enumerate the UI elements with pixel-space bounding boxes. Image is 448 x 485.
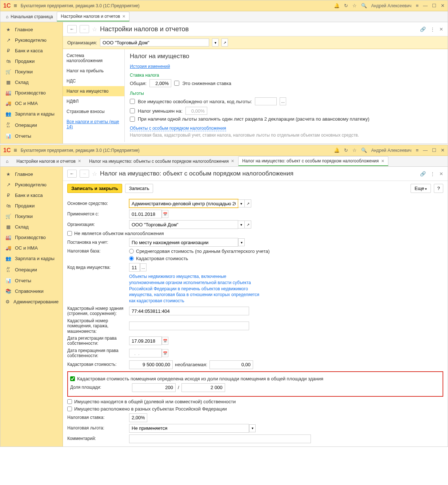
sidebar-sales[interactable]: 🛍Продажи — [0, 56, 63, 66]
sidebar-sales[interactable]: 🛍Продажи — [0, 201, 63, 211]
calendar-button[interactable]: 📅 — [162, 337, 168, 345]
favorite-icon[interactable]: ☆ — [92, 170, 97, 177]
shared-ownership-checkbox[interactable] — [67, 399, 72, 404]
tab-object-form[interactable]: Налог на имущество: объект с особым поря… — [238, 156, 388, 166]
tab-tax-settings[interactable]: Настройки налогов и отчетов✕ — [12, 157, 85, 166]
sidebar-main[interactable]: ★Главное — [0, 24, 63, 35]
special-objects-link[interactable]: Объекты с особым порядком налогообложени… — [130, 126, 226, 131]
cadastral-room-input[interactable] — [129, 322, 249, 330]
more-button[interactable]: Еще — [411, 184, 431, 193]
calendar-button[interactable]: 📅 — [162, 349, 168, 357]
not-taxable-checkbox[interactable] — [67, 231, 72, 236]
exempt-checkbox[interactable] — [130, 99, 135, 104]
nav-all-taxes-link[interactable]: Все налоги и отчеты (еще 14) — [63, 117, 124, 132]
tab-home[interactable]: ⌂ Начальная страница — [2, 12, 57, 21]
close-icon[interactable]: ✕ — [441, 3, 445, 8]
kebab-icon[interactable]: ⋮ — [430, 27, 435, 32]
sidebar-production[interactable]: 🏭Производство — [0, 232, 63, 243]
star-icon[interactable]: ☆ — [352, 3, 357, 8]
sidebar-catalogs[interactable]: 📚Справочники — [0, 286, 63, 296]
comment-input[interactable] — [129, 435, 311, 443]
rate-input[interactable] — [149, 79, 171, 87]
nav-forward-button[interactable]: → — [80, 25, 89, 33]
settings-icon[interactable]: ≡ — [416, 3, 419, 8]
cadastral-value-input[interactable] — [129, 360, 173, 369]
cadastral-building-input[interactable] — [129, 307, 249, 315]
nav-tax-system[interactable]: Система налогообложения — [63, 50, 124, 66]
org-dropdown-button[interactable]: ▾ — [212, 39, 219, 47]
nav-property-tax[interactable]: Налог на имущество — [63, 86, 124, 96]
user-name[interactable]: Андрей Алексеевич — [371, 148, 412, 153]
tab-close-icon[interactable]: ✕ — [381, 159, 384, 163]
sidebar-manager[interactable]: ↗Руководителю — [0, 35, 63, 45]
history-icon[interactable]: ↻ — [344, 3, 348, 8]
registration-input[interactable] — [129, 238, 238, 247]
asset-dropdown[interactable]: ▾ — [238, 199, 245, 207]
menu-icon[interactable]: ≡ — [13, 3, 17, 9]
link-icon[interactable]: 🔗 — [420, 27, 426, 32]
sidebar-manager[interactable]: ↗Руководителю — [0, 179, 63, 190]
settings-icon[interactable]: ≡ — [416, 147, 419, 153]
close-form-icon[interactable]: ✕ — [439, 171, 443, 177]
area-share-num-input[interactable] — [132, 383, 176, 392]
tab-home[interactable]: ⌂ — [2, 157, 12, 166]
sidebar-reports[interactable]: 📊Отчеты — [0, 131, 63, 141]
sidebar-admin[interactable]: ⚙Администрирование — [0, 296, 63, 307]
nav-profit-tax[interactable]: Налог на прибыль — [63, 66, 124, 76]
sidebar-bank[interactable]: ₽Банк и касса — [0, 190, 63, 201]
registration-dropdown[interactable]: ▾ — [238, 238, 245, 246]
org-input[interactable] — [100, 39, 209, 47]
tax-rate-input[interactable] — [129, 413, 147, 422]
exempt-code-input[interactable] — [255, 97, 277, 105]
tax-benefit-input[interactable] — [129, 424, 249, 433]
org-dropdown[interactable]: ▾ — [238, 221, 245, 229]
sidebar-salary[interactable]: 👥Зарплата и кадры — [0, 109, 63, 119]
applied-from-input[interactable] — [129, 210, 162, 218]
close-icon[interactable]: ✕ — [441, 147, 445, 153]
area-share-checkbox[interactable] — [70, 376, 75, 381]
nav-forward-button[interactable]: → — [80, 170, 89, 178]
sidebar-purchases[interactable]: 🛒Покупки — [0, 66, 63, 77]
org-open[interactable]: ↗ — [245, 221, 251, 229]
calendar-button[interactable]: 📅 — [162, 210, 168, 218]
property-code-input[interactable] — [129, 263, 140, 272]
search-icon[interactable]: 🔍 — [361, 147, 367, 153]
tab-close-icon[interactable]: ✕ — [78, 159, 81, 163]
reg-date-input[interactable] — [129, 336, 162, 345]
sidebar-warehouse[interactable]: ▦Склад — [0, 222, 63, 232]
menu-icon[interactable]: ≡ — [13, 147, 17, 154]
org-open-button[interactable]: ↗ — [221, 39, 228, 47]
nav-back-button[interactable]: ← — [67, 170, 77, 178]
minimize-icon[interactable]: — — [423, 3, 428, 8]
sidebar-salary[interactable]: 👥Зарплата и кадры — [0, 253, 63, 264]
tab-tax-settings[interactable]: Настройки налогов и отчетов ✕ — [57, 12, 129, 21]
sidebar-operations[interactable]: ДтКтОперации — [0, 119, 63, 131]
nav-back-button[interactable]: ← — [67, 25, 77, 33]
end-date-input[interactable] — [129, 349, 162, 357]
maximize-icon[interactable]: ☐ — [432, 3, 436, 8]
nontaxable-input[interactable] — [209, 360, 253, 369]
org-input[interactable] — [129, 220, 238, 229]
maximize-icon[interactable]: ☐ — [432, 147, 436, 153]
kebab-icon[interactable]: ⋮ — [430, 171, 435, 177]
search-icon[interactable]: 🔍 — [361, 3, 367, 8]
star-icon[interactable]: ☆ — [352, 147, 357, 153]
link-icon[interactable]: 🔗 — [420, 171, 426, 177]
area-share-den-input[interactable] — [181, 383, 225, 392]
sidebar-main[interactable]: ★Главное — [0, 169, 63, 179]
nav-vat[interactable]: НДС — [63, 76, 124, 86]
minimize-icon[interactable]: — — [423, 147, 428, 153]
history-icon[interactable]: ↻ — [344, 147, 348, 153]
sidebar-assets[interactable]: 🚚ОС и НМА — [0, 98, 63, 109]
bell-icon[interactable]: 🔔 — [334, 3, 340, 8]
single-sheet-checkbox[interactable] — [130, 117, 135, 122]
sidebar-operations[interactable]: ДтКтОперации — [0, 264, 63, 275]
tab-objects-list[interactable]: Налог на имущество: объекты с особым пор… — [85, 157, 238, 166]
save-button[interactable]: Записать — [125, 184, 153, 193]
asset-input[interactable] — [129, 199, 238, 208]
property-code-picker[interactable]: … — [140, 263, 147, 271]
history-link[interactable]: История изменений — [130, 64, 170, 69]
sidebar-assets[interactable]: 🚚ОС и НМА — [0, 243, 63, 253]
sidebar-purchases[interactable]: 🛒Покупки — [0, 211, 63, 222]
sidebar-warehouse[interactable]: ▦Склад — [0, 77, 63, 88]
